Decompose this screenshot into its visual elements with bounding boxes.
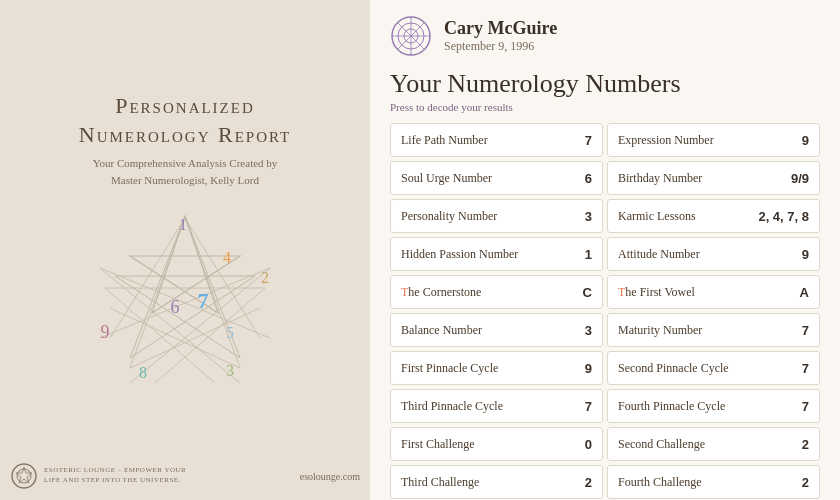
num-label: The Cornerstone — [401, 285, 481, 300]
number-card[interactable]: Birthday Number9/9 — [607, 161, 820, 195]
num-label: Attitude Number — [618, 247, 700, 262]
num-label: Maturity Number — [618, 323, 702, 338]
num-label: First Pinnacle Cycle — [401, 361, 498, 376]
number-card[interactable]: Fourth Challenge2 — [607, 465, 820, 499]
num-value: A — [800, 285, 809, 300]
num-value: 7 — [802, 361, 809, 376]
num-label: Balance Number — [401, 323, 482, 338]
profile-name: Cary McGuire — [444, 18, 557, 39]
num-value: 9 — [802, 133, 809, 148]
number-card[interactable]: Hidden Passion Number1 — [390, 237, 603, 271]
num-value: 2 — [802, 437, 809, 452]
number-card[interactable]: Attitude Number9 — [607, 237, 820, 271]
num-value: 2 — [585, 475, 592, 490]
num-label: Karmic Lessons — [618, 209, 696, 224]
num-label: Soul Urge Number — [401, 171, 492, 186]
svg-line-12 — [130, 268, 270, 383]
number-card[interactable]: Expression Number9 — [607, 123, 820, 157]
num-value: 9 — [802, 247, 809, 262]
number-card[interactable]: The CornerstoneC — [390, 275, 603, 309]
left-panel: Personalized Numerology Report Your Comp… — [0, 0, 370, 500]
numbers-grid: Life Path Number7Expression Number9Soul … — [390, 123, 820, 499]
number-card[interactable]: The First VowelA — [607, 275, 820, 309]
num-value: 7 — [802, 323, 809, 338]
num-label: Second Pinnacle Cycle — [618, 361, 729, 376]
number-card[interactable]: Second Challenge2 — [607, 427, 820, 461]
svg-line-7 — [130, 308, 260, 368]
svg-text:3: 3 — [226, 362, 234, 379]
num-value: 3 — [585, 209, 592, 224]
profile-header: Cary McGuire September 9, 1996 — [390, 15, 820, 57]
svg-text:8: 8 — [139, 364, 147, 381]
svg-text:7: 7 — [198, 288, 209, 313]
svg-text:9: 9 — [101, 322, 110, 342]
num-label: Personality Number — [401, 209, 497, 224]
report-title: Personalized Numerology Report — [79, 92, 292, 149]
num-label: Third Pinnacle Cycle — [401, 399, 503, 414]
svg-line-11 — [100, 268, 240, 383]
number-card[interactable]: Life Path Number7 — [390, 123, 603, 157]
num-value: 3 — [585, 323, 592, 338]
number-card[interactable]: Fourth Pinnacle Cycle7 — [607, 389, 820, 423]
num-value: 7 — [585, 133, 592, 148]
number-card[interactable]: Third Challenge2 — [390, 465, 603, 499]
num-value: 0 — [585, 437, 592, 452]
number-card[interactable]: Maturity Number7 — [607, 313, 820, 347]
number-card[interactable]: Soul Urge Number6 — [390, 161, 603, 195]
num-label: Fourth Pinnacle Cycle — [618, 399, 725, 414]
num-value: 6 — [585, 171, 592, 186]
section-subtitle: Press to decode your results — [390, 101, 820, 113]
num-label: Fourth Challenge — [618, 475, 702, 490]
num-value: 9 — [585, 361, 592, 376]
svg-text:6: 6 — [171, 297, 180, 317]
left-footer: ESOTERIC LOUNGE – EMPOWER YOUR LIFE AND … — [10, 462, 360, 490]
num-label: Birthday Number — [618, 171, 702, 186]
num-value: 2 — [802, 475, 809, 490]
section-title: Your Numerology Numbers — [390, 69, 820, 99]
svg-text:2: 2 — [261, 269, 269, 286]
num-value: 2, 4, 7, 8 — [758, 209, 809, 224]
svg-text:1: 1 — [179, 216, 187, 233]
number-card[interactable]: Second Pinnacle Cycle7 — [607, 351, 820, 385]
number-card[interactable]: Balance Number3 — [390, 313, 603, 347]
num-label: Third Challenge — [401, 475, 479, 490]
num-value: 9/9 — [791, 171, 809, 186]
num-label: Second Challenge — [618, 437, 705, 452]
num-label: Expression Number — [618, 133, 714, 148]
number-card[interactable]: First Pinnacle Cycle9 — [390, 351, 603, 385]
number-card[interactable]: Personality Number3 — [390, 199, 603, 233]
svg-text:5: 5 — [226, 324, 234, 341]
footer-logo: ESOTERIC LOUNGE – EMPOWER YOUR LIFE AND … — [10, 462, 186, 490]
num-value: C — [583, 285, 592, 300]
profile-date: September 9, 1996 — [444, 39, 557, 54]
number-card[interactable]: Karmic Lessons2, 4, 7, 8 — [607, 199, 820, 233]
number-card[interactable]: Third Pinnacle Cycle7 — [390, 389, 603, 423]
star-diagram: 1 2 3 4 5 6 7 8 9 — [75, 208, 295, 408]
num-label: The First Vowel — [618, 285, 695, 300]
num-label: Life Path Number — [401, 133, 488, 148]
svg-point-25 — [17, 469, 31, 483]
svg-line-8 — [110, 308, 240, 368]
num-value: 7 — [802, 399, 809, 414]
footer-logo-text: ESOTERIC LOUNGE – EMPOWER YOUR LIFE AND … — [44, 466, 186, 486]
svg-marker-1 — [115, 216, 255, 358]
number-card[interactable]: First Challenge0 — [390, 427, 603, 461]
svg-text:4: 4 — [223, 249, 231, 266]
profile-icon — [390, 15, 432, 57]
num-label: First Challenge — [401, 437, 475, 452]
num-label: Hidden Passion Number — [401, 247, 518, 262]
right-panel: Cary McGuire September 9, 1996 Your Nume… — [370, 0, 840, 500]
footer-url: esolounge.com — [300, 471, 360, 482]
num-value: 7 — [585, 399, 592, 414]
report-subtitle: Your Comprehensive Analysis Created by M… — [93, 155, 278, 188]
num-value: 1 — [585, 247, 592, 262]
